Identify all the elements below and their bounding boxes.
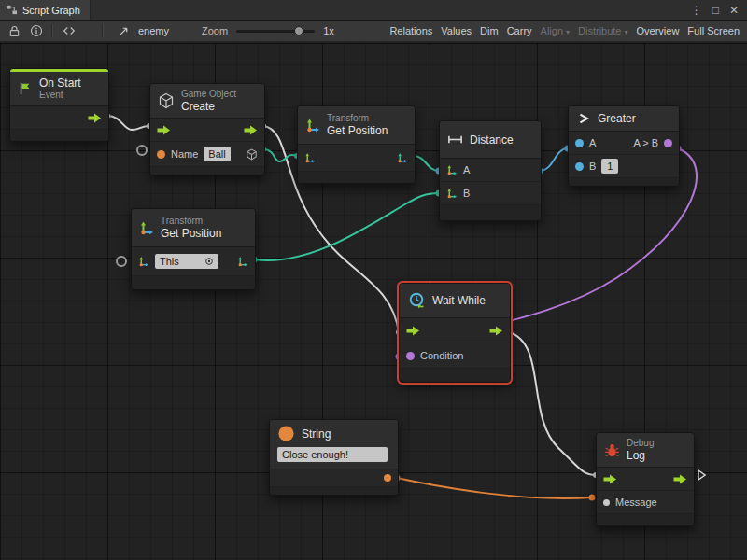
control-input-port[interactable] xyxy=(603,474,617,484)
value-input-port-a[interactable] xyxy=(575,139,584,147)
value-input-port-b[interactable] xyxy=(575,162,584,171)
condition-port-label: Condition xyxy=(420,350,463,361)
control-output-port[interactable] xyxy=(244,125,258,135)
b-input-field[interactable]: 1 xyxy=(601,159,618,174)
zoom-slider-handle[interactable] xyxy=(294,26,303,35)
node-subtitle: Game Object xyxy=(181,89,236,100)
graph-toolbar: enemy Zoom 1x Relations Values Dim Carry… xyxy=(0,21,747,42)
overview-button[interactable]: Overview xyxy=(637,25,680,36)
graph-breadcrumb[interactable]: enemy xyxy=(138,25,169,36)
comparison-output-label: A > B xyxy=(633,137,658,148)
gameobject-output-port-icon[interactable] xyxy=(246,148,258,161)
vector3-output-port-icon[interactable] xyxy=(237,256,248,267)
transform-icon xyxy=(139,220,154,235)
wire-onstart-to-create[interactable] xyxy=(107,116,149,130)
node-wait-while[interactable]: Wait While Condition xyxy=(399,283,511,383)
ruler-icon xyxy=(447,132,463,147)
transform-input-port-icon[interactable] xyxy=(304,152,316,163)
message-input-port[interactable] xyxy=(603,499,610,506)
node-title: Log xyxy=(627,449,654,462)
vector3-input-port-b-icon[interactable] xyxy=(446,188,458,199)
values-button[interactable]: Values xyxy=(441,25,472,36)
graph-canvas[interactable]: On Start Event Game Object Create xyxy=(0,43,747,560)
zoom-slider[interactable] xyxy=(236,30,315,33)
node-title: Get Position xyxy=(327,124,388,137)
distribute-dropdown[interactable]: Distribute xyxy=(578,25,627,36)
node-string-literal[interactable]: String Close enough! xyxy=(269,419,399,496)
control-output-port[interactable] xyxy=(88,113,102,123)
unconnected-port-ring[interactable] xyxy=(136,145,148,156)
control-output-port[interactable] xyxy=(673,474,687,484)
node-title: Wait While xyxy=(432,294,486,307)
node-footer xyxy=(150,167,264,175)
node-footer xyxy=(569,178,679,186)
node-title: Distance xyxy=(470,133,514,147)
toolbar-separator xyxy=(51,24,53,37)
node-title: Greater xyxy=(598,112,636,125)
value-input-port-name[interactable] xyxy=(157,150,165,159)
panel-menu-icon[interactable]: ⋮ xyxy=(691,4,702,17)
node-subtitle: Transform xyxy=(161,216,221,227)
lock-icon[interactable] xyxy=(7,24,21,38)
node-footer xyxy=(597,514,694,525)
wire-create-to-getposition1[interactable] xyxy=(263,149,297,161)
node-footer xyxy=(298,172,415,183)
control-output-port[interactable] xyxy=(489,326,503,336)
node-title: Create xyxy=(181,100,236,113)
script-graph-window: Script Graph ⋮ □ ✕ enemy Zoom 1x Relatio… xyxy=(0,0,747,560)
zoom-value: 1x xyxy=(323,25,334,36)
wait-while-clock-icon xyxy=(407,291,426,310)
node-get-position-1[interactable]: Transform Get Position xyxy=(297,105,416,184)
node-title: Get Position xyxy=(161,227,221,240)
tab-title: Script Graph xyxy=(22,5,80,16)
wire-string-to-message[interactable] xyxy=(397,478,592,498)
node-greater[interactable]: Greater A A > B B 1 xyxy=(568,105,680,187)
name-port-label: Name xyxy=(171,148,198,160)
control-input-port[interactable] xyxy=(157,125,171,135)
string-output-port[interactable] xyxy=(384,474,391,482)
node-subtitle: Transform xyxy=(327,113,388,124)
graph-pointer-icon xyxy=(118,25,130,37)
cube-icon xyxy=(158,92,175,109)
info-icon[interactable] xyxy=(30,24,43,37)
node-distance[interactable]: Distance A B xyxy=(439,120,542,221)
node-create-game-object[interactable]: Game Object Create Name Ball xyxy=(149,83,265,175)
condition-input-port[interactable] xyxy=(406,352,415,360)
name-input-field[interactable]: Ball xyxy=(204,147,230,161)
unconnected-port-ring[interactable] xyxy=(116,256,127,267)
full-screen-button[interactable]: Full Screen xyxy=(687,25,740,36)
a-port-label: A xyxy=(463,164,470,175)
transform-input-port-icon[interactable] xyxy=(138,256,149,267)
this-object-field[interactable]: This xyxy=(155,254,218,269)
node-footer xyxy=(10,130,108,141)
node-debug-log[interactable]: Debug Log Message xyxy=(596,432,695,526)
wire-distance-to-greater-a[interactable] xyxy=(540,148,568,171)
node-footer xyxy=(400,369,510,382)
node-title: On Start xyxy=(39,77,81,90)
wire-getposition1-to-distance-a[interactable] xyxy=(414,156,439,171)
node-get-position-2[interactable]: Transform Get Position This xyxy=(131,208,256,290)
window-titlebar: Script Graph ⋮ □ ✕ xyxy=(0,0,747,21)
maximize-icon[interactable]: □ xyxy=(712,4,719,17)
string-value-field[interactable]: Close enough! xyxy=(277,447,388,462)
dim-button[interactable]: Dim xyxy=(480,25,499,36)
relations-button[interactable]: Relations xyxy=(389,25,432,36)
vector3-input-port-a-icon[interactable] xyxy=(446,164,458,175)
value-output-port[interactable] xyxy=(664,139,672,147)
control-input-port[interactable] xyxy=(406,326,420,336)
unconnected-control-arrow[interactable] xyxy=(698,469,706,481)
wire-getposition2-to-distance-b[interactable] xyxy=(254,193,439,260)
tab-script-graph[interactable]: Script Graph xyxy=(0,0,91,20)
node-subtitle: Event xyxy=(39,90,81,101)
close-icon[interactable]: ✕ xyxy=(729,4,739,17)
code-icon[interactable] xyxy=(62,24,77,37)
object-picker-icon[interactable] xyxy=(204,257,214,266)
node-on-start-event[interactable]: On Start Event xyxy=(9,68,109,142)
node-subtitle: Debug xyxy=(627,438,654,449)
a-port-label: A xyxy=(589,137,596,148)
align-dropdown[interactable]: Align xyxy=(541,25,570,36)
carry-button[interactable]: Carry xyxy=(507,25,532,36)
node-footer xyxy=(270,487,398,495)
wire-waitwhile-to-log[interactable] xyxy=(509,332,596,475)
vector3-output-port-icon[interactable] xyxy=(397,152,408,163)
